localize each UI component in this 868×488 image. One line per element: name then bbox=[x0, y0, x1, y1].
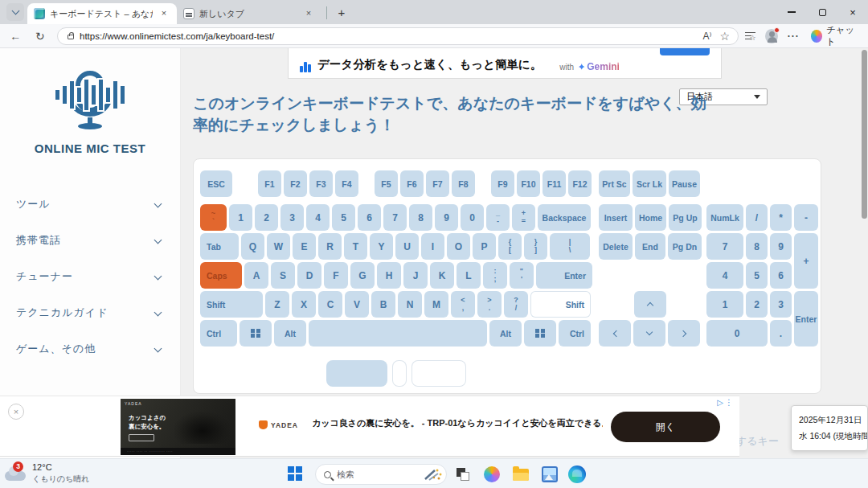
key-3[interactable]: 3 bbox=[280, 204, 304, 231]
key-6[interactable]: 6 bbox=[358, 204, 381, 231]
key-2[interactable]: 2 bbox=[255, 204, 278, 231]
key-r[interactable]: R bbox=[318, 233, 342, 260]
tab-close-icon[interactable]: × bbox=[302, 7, 315, 20]
key-q[interactable]: Q bbox=[241, 233, 264, 260]
key-numlk[interactable]: NumLk bbox=[706, 204, 743, 231]
sidebar-item-2[interactable]: チューナー bbox=[0, 258, 180, 294]
key-p[interactable]: P bbox=[473, 233, 496, 260]
key-d[interactable]: D bbox=[297, 262, 321, 289]
key-ctrl-right[interactable]: Ctrl bbox=[559, 320, 591, 347]
mouse-middle-button[interactable] bbox=[392, 360, 407, 387]
key-quote[interactable]: "' bbox=[510, 262, 534, 289]
key-arrow-down[interactable] bbox=[633, 320, 665, 347]
top-ad-button[interactable] bbox=[660, 48, 710, 55]
restore-button[interactable] bbox=[807, 0, 837, 24]
key-4[interactable]: 4 bbox=[306, 204, 330, 231]
key-bracket-right[interactable]: }] bbox=[524, 233, 547, 260]
top-ad-banner[interactable]: データ分析をもっと速く、もっと簡単に。 with ✦Gemini bbox=[288, 48, 722, 79]
refresh-button[interactable]: ↻ bbox=[31, 27, 50, 46]
key-slash[interactable]: ?/ bbox=[504, 291, 528, 318]
taskbar-search[interactable]: 検索 bbox=[315, 464, 447, 485]
tab-close-icon[interactable]: × bbox=[158, 7, 170, 20]
key-z[interactable]: Z bbox=[265, 291, 289, 318]
key-u[interactable]: U bbox=[395, 233, 419, 260]
key-backslash[interactable]: |\ bbox=[550, 233, 590, 260]
key-numpad-5[interactable]: 5 bbox=[746, 262, 768, 289]
edge-app-button[interactable] bbox=[567, 465, 587, 484]
mouse-right-button[interactable] bbox=[411, 360, 466, 387]
key-shift-right[interactable]: Shift bbox=[530, 291, 591, 318]
key-caps[interactable]: Caps bbox=[200, 262, 242, 289]
key-f5[interactable]: F5 bbox=[375, 170, 398, 197]
key-numpad-1[interactable]: 1 bbox=[706, 291, 743, 318]
key-pause[interactable]: Pause bbox=[669, 170, 700, 197]
start-button[interactable] bbox=[288, 466, 302, 481]
key-g[interactable]: G bbox=[350, 262, 375, 289]
minimize-button[interactable] bbox=[776, 0, 807, 24]
key-space[interactable] bbox=[309, 320, 487, 347]
profile-avatar[interactable] bbox=[765, 29, 778, 43]
key-e[interactable]: E bbox=[293, 233, 316, 260]
new-tab-button[interactable]: + bbox=[332, 2, 351, 22]
key-f4[interactable]: F4 bbox=[335, 170, 358, 197]
key-f9[interactable]: F9 bbox=[491, 170, 514, 197]
key-numpad-minus[interactable]: - bbox=[794, 204, 818, 231]
key-numpad-9[interactable]: 9 bbox=[770, 233, 792, 260]
page-scrollbar-thumb[interactable] bbox=[862, 50, 867, 219]
key-c[interactable]: C bbox=[318, 291, 342, 318]
key-n[interactable]: N bbox=[398, 291, 422, 318]
key-h[interactable]: H bbox=[377, 262, 401, 289]
key-home[interactable]: Home bbox=[635, 204, 666, 231]
key-o[interactable]: O bbox=[447, 233, 470, 260]
key-m[interactable]: M bbox=[424, 291, 448, 318]
sidebar-item-4[interactable]: ゲーム、その他 bbox=[0, 330, 180, 367]
advertiser-brand[interactable]: YADEA bbox=[259, 420, 298, 429]
key-numpad-4[interactable]: 4 bbox=[706, 262, 743, 289]
key-pg-dn[interactable]: Pg Dn bbox=[668, 233, 702, 260]
key-f11[interactable]: F11 bbox=[542, 170, 566, 197]
favorite-star-icon[interactable]: ☆ bbox=[719, 30, 730, 43]
key-backspace[interactable]: Backspace bbox=[538, 204, 591, 231]
mouse-left-button[interactable] bbox=[326, 360, 387, 387]
key-v[interactable]: V bbox=[345, 291, 369, 318]
key-w[interactable]: W bbox=[267, 233, 290, 260]
ad-creative-button[interactable] bbox=[129, 434, 154, 441]
key-arrow-left[interactable] bbox=[599, 320, 631, 347]
key-numpad-enter[interactable]: Enter bbox=[794, 291, 818, 347]
key-b[interactable]: B bbox=[371, 291, 395, 318]
key-numpad-6[interactable]: 6 bbox=[770, 262, 792, 289]
address-bar[interactable]: https://www.onlinemictest.com/ja/keyboar… bbox=[57, 27, 739, 45]
key-minus[interactable]: _- bbox=[486, 204, 510, 231]
key-delete[interactable]: Delete bbox=[599, 233, 633, 260]
key-f12[interactable]: F12 bbox=[568, 170, 592, 197]
key-numpad-multiply[interactable]: * bbox=[770, 204, 792, 231]
key-a[interactable]: A bbox=[244, 262, 268, 289]
file-explorer-button[interactable] bbox=[511, 465, 530, 484]
back-button[interactable]: ← bbox=[6, 27, 25, 46]
task-view-button[interactable] bbox=[453, 465, 473, 484]
key-f2[interactable]: F2 bbox=[284, 170, 307, 197]
key-f8[interactable]: F8 bbox=[452, 170, 475, 197]
key-equals[interactable]: += bbox=[512, 204, 535, 231]
ad-open-button[interactable]: 開く bbox=[611, 412, 720, 442]
key-end[interactable]: End bbox=[635, 233, 665, 260]
ad-creative-image[interactable]: YADEA カッコよさの裏に安心を。 ····· ···· ·· ·······… bbox=[121, 399, 235, 455]
key-i[interactable]: I bbox=[421, 233, 444, 260]
key-x[interactable]: X bbox=[292, 291, 316, 318]
key-shift[interactable]: Shift bbox=[200, 291, 263, 318]
tab-new-tab[interactable]: 新しいタブ × bbox=[177, 3, 321, 24]
key-9[interactable]: 9 bbox=[435, 204, 458, 231]
key-comma[interactable]: <, bbox=[451, 291, 475, 318]
key-k[interactable]: K bbox=[430, 262, 454, 289]
favorites-hub-icon[interactable]: ☆ bbox=[745, 31, 755, 41]
key-f1[interactable]: F1 bbox=[258, 170, 281, 197]
key-pg-up[interactable]: Pg Up bbox=[669, 204, 702, 231]
key-y[interactable]: Y bbox=[370, 233, 393, 260]
key-5[interactable]: 5 bbox=[332, 204, 355, 231]
key-win-right[interactable] bbox=[524, 320, 556, 347]
key-8[interactable]: 8 bbox=[409, 204, 432, 231]
sidebar-item-0[interactable]: ツール bbox=[0, 186, 180, 222]
key-alt-right[interactable]: Alt bbox=[489, 320, 522, 347]
key-numpad-2[interactable]: 2 bbox=[746, 291, 768, 318]
tab-search-button[interactable] bbox=[6, 3, 24, 21]
